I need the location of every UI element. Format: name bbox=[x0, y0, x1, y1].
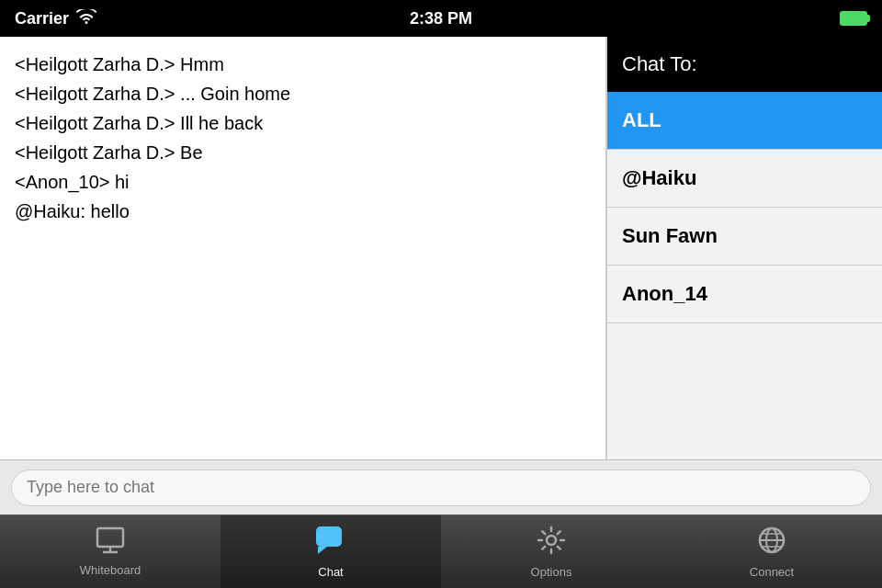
chat-message: <Heilgott Zarha D.> Ill he back bbox=[15, 108, 591, 138]
chat-icon bbox=[314, 525, 347, 561]
gear-icon bbox=[537, 526, 566, 561]
carrier-label: Carrier bbox=[15, 9, 69, 28]
svg-rect-3 bbox=[316, 526, 342, 547]
tab-chat[interactable]: Chat bbox=[220, 515, 441, 588]
tab-connect-label: Connect bbox=[750, 565, 794, 579]
sidebar-chat-to-item-2[interactable]: Sun Fawn bbox=[607, 208, 882, 266]
globe-icon bbox=[757, 526, 786, 561]
wifi-icon bbox=[76, 9, 96, 28]
svg-marker-4 bbox=[318, 547, 327, 554]
chat-message: <Heilgott Zarha D.> Hmm bbox=[15, 50, 591, 79]
chat-message: <Heilgott Zarha D.> Be bbox=[15, 138, 591, 167]
chat-message: @Haiku: hello bbox=[15, 197, 591, 226]
chat-area: <Heilgott Zarha D.> Hmm<Heilgott Zarha D… bbox=[0, 37, 606, 478]
chat-messages: <Heilgott Zarha D.> Hmm<Heilgott Zarha D… bbox=[0, 37, 605, 478]
svg-rect-0 bbox=[97, 528, 123, 547]
chat-input-bar bbox=[0, 459, 882, 514]
battery-icon bbox=[840, 11, 867, 26]
sidebar-chat-to-item-3[interactable]: Anon_14 bbox=[607, 266, 882, 323]
sidebar-chat-to-item-0[interactable]: ALL bbox=[607, 92, 882, 150]
sidebar-chat-to-item-1[interactable]: @Haiku bbox=[607, 150, 882, 208]
tab-connect[interactable]: Connect bbox=[662, 515, 882, 588]
chat-to-header: Chat To: bbox=[607, 37, 882, 92]
status-bar: Carrier 2:38 PM bbox=[0, 0, 882, 37]
tab-chat-label: Chat bbox=[318, 565, 343, 579]
whiteboard-icon bbox=[96, 526, 125, 560]
chat-input[interactable] bbox=[11, 469, 871, 506]
tab-options[interactable]: Options bbox=[441, 515, 662, 588]
tab-whiteboard[interactable]: Whiteboard bbox=[0, 515, 220, 588]
main-content: <Heilgott Zarha D.> Hmm<Heilgott Zarha D… bbox=[0, 37, 882, 478]
chat-message: <Anon_10> hi bbox=[15, 167, 591, 197]
tab-options-label: Options bbox=[531, 565, 572, 579]
chat-message: <Heilgott Zarha D.> ... Goin home bbox=[15, 79, 591, 108]
tab-whiteboard-label: Whiteboard bbox=[80, 563, 141, 577]
tab-bar: Whiteboard Chat Options bbox=[0, 514, 882, 588]
time-label: 2:38 PM bbox=[410, 9, 472, 28]
chat-to-sidebar: Chat To: ALL@HaikuSun FawnAnon_14 bbox=[606, 37, 882, 478]
svg-point-5 bbox=[547, 536, 556, 545]
